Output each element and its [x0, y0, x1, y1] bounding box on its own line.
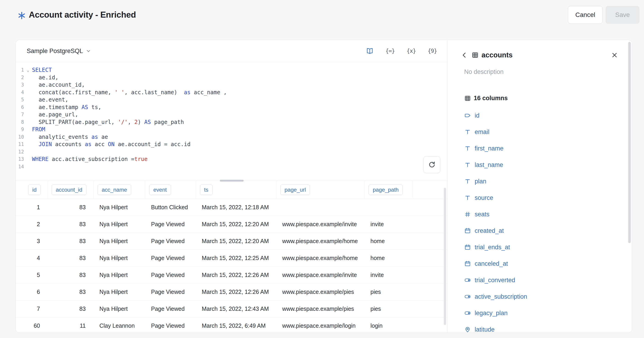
schema-column-first_name[interactable]: first_name — [448, 140, 632, 157]
params-icon[interactable]: {9} — [428, 48, 437, 54]
column-chip-ts[interactable]: ts — [200, 185, 212, 195]
schema-column-last_name[interactable]: last_name — [448, 157, 632, 173]
results-header: idaccount_idacc_nameeventtspage_urlpage_… — [16, 181, 448, 199]
cell-ts: March 15, 2022, 12:26 AM — [196, 289, 276, 295]
column-chip-page_path[interactable]: page_path — [368, 185, 403, 195]
schema-column-name: first_name — [475, 145, 504, 152]
schema-panel: accounts No description 16 columns idema… — [448, 40, 632, 332]
code-line: 5 ae.event, — [16, 96, 448, 104]
table-row[interactable]: 6011Clay LeannonPage ViewedMarch 15, 202… — [16, 317, 448, 332]
schema-column-plan[interactable]: plan — [448, 173, 632, 190]
columns-grid-icon — [464, 95, 471, 102]
sql-editor[interactable]: 1⌄SELECT2 ae.id,3 ae.account_id,4 concat… — [16, 62, 448, 181]
column-chip-page_url[interactable]: page_url — [280, 185, 310, 195]
header-cell-ts: ts — [196, 181, 276, 199]
schema-column-active_subscription[interactable]: active_subscription — [448, 288, 632, 305]
schema-column-count: 16 columns — [474, 95, 508, 102]
column-chip-id[interactable]: id — [28, 185, 41, 195]
text-icon — [464, 194, 471, 201]
cell-id: 3 — [16, 238, 48, 244]
cell-page_url: www.piespace.example/login — [276, 322, 364, 329]
asterisk-icon — [17, 11, 26, 20]
schema-column-name: id — [475, 112, 480, 119]
schema-column-legacy_plan[interactable]: legacy_plan — [448, 305, 632, 321]
cell-ts: March 15, 2022, 12:18 AM — [196, 204, 276, 211]
table-row[interactable]: 583Nya HilpertPage ViewedMarch 15, 2022,… — [16, 267, 448, 283]
schema-table-name: accounts — [482, 51, 512, 59]
schema-column-latitude[interactable]: latitude — [448, 321, 632, 333]
code-lines: 1⌄SELECT2 ae.id,3 ae.account_id,4 concat… — [16, 66, 448, 170]
cell-page_url: www.piespace.example/home — [276, 238, 364, 244]
column-chip-acc_name[interactable]: acc_name — [98, 185, 131, 195]
cell-acc_name: Nya Hilpert — [94, 238, 145, 244]
cell-acc_name: Nya Hilpert — [94, 289, 145, 295]
cell-acc_name: Nya Hilpert — [94, 204, 145, 211]
schema-column-created_at[interactable]: created_at — [448, 222, 632, 239]
results-scrollbar[interactable] — [444, 188, 446, 325]
variables-icon[interactable]: {x} — [406, 48, 416, 54]
back-icon[interactable] — [460, 51, 468, 59]
cell-ts: March 15, 2022, 12:26 AM — [196, 272, 276, 278]
format-icon[interactable]: {=} — [386, 48, 395, 54]
code-line: 6 ae.timestamp AS ts, — [16, 104, 448, 111]
schema-column-email[interactable]: email — [448, 124, 632, 140]
schema-column-name: trial_ends_at — [475, 244, 510, 251]
cell-ts: March 15, 2022, 12:20 AM — [196, 221, 276, 228]
cell-event: Page Viewed — [145, 322, 196, 329]
schema-column-name: source — [475, 194, 493, 201]
table-row[interactable]: 683Nya HilpertPage ViewedMarch 15, 2022,… — [16, 283, 448, 300]
cell-page_url: www.piespace.example/home — [276, 255, 364, 261]
schema-column-canceled_at[interactable]: canceled_at — [448, 255, 632, 272]
cell-page_path: pies — [364, 289, 413, 295]
datasource-selector[interactable]: Sample PostgreSQL — [27, 48, 91, 55]
cell-page_url: www.piespace.example/pies — [276, 305, 364, 312]
calendar-icon — [464, 260, 471, 267]
column-chip-account_id[interactable]: account_id — [52, 185, 86, 195]
header-cell-id: id — [16, 181, 48, 199]
location-icon — [464, 326, 471, 333]
cell-page_path: home — [364, 238, 413, 244]
table-row[interactable]: 483Nya HilpertPage ViewedMarch 15, 2022,… — [16, 250, 448, 267]
cell-id: 6 — [16, 289, 48, 295]
column-chip-event[interactable]: event — [149, 185, 171, 195]
schema-column-name: last_name — [475, 161, 503, 169]
code-line: 7 ae.page_url, — [16, 111, 448, 118]
header-cell-event: event — [145, 181, 196, 199]
boolean-icon — [464, 293, 471, 300]
results-body: 183Nya HilpertButton ClickedMarch 15, 20… — [16, 199, 448, 332]
schema-column-id[interactable]: id — [448, 107, 632, 124]
close-icon[interactable] — [611, 52, 618, 59]
code-line: 4 concat(acc.first_name, ' ', acc.last_n… — [16, 89, 448, 96]
save-button[interactable]: Save — [606, 6, 640, 24]
page-title: Account activity - Enriched — [29, 10, 136, 20]
refresh-button[interactable] — [424, 156, 440, 173]
calendar-icon — [464, 227, 471, 234]
cell-account_id: 83 — [48, 204, 94, 211]
table-row[interactable]: 383Nya HilpertPage ViewedMarch 15, 2022,… — [16, 233, 448, 250]
cell-account_id: 11 — [48, 322, 94, 329]
schema-column-name: latitude — [475, 326, 494, 333]
schema-panel-header: accounts — [460, 50, 618, 60]
table-row[interactable]: 783Nya HilpertPage ViewedMarch 15, 2022,… — [16, 300, 448, 317]
text-icon — [464, 129, 471, 135]
schema-column-source[interactable]: source — [448, 190, 632, 206]
open-book-icon[interactable] — [366, 47, 374, 55]
datasource-label: Sample PostgreSQL — [27, 48, 83, 55]
cancel-button[interactable]: Cancel — [568, 6, 603, 24]
schema-column-trial_ends_at[interactable]: trial_ends_at — [448, 239, 632, 255]
table-row[interactable]: 183Nya HilpertButton ClickedMarch 15, 20… — [16, 199, 448, 216]
schema-column-seats[interactable]: seats — [448, 206, 632, 222]
schema-column-trial_converted[interactable]: trial_converted — [448, 272, 632, 288]
fold-chevron-icon[interactable]: ⌄ — [24, 66, 32, 74]
cell-acc_name: Clay Leannon — [94, 322, 145, 329]
editor-toolbar: {=} {x} {9} — [366, 47, 437, 55]
code-line: 2 ae.id, — [16, 74, 448, 81]
schema-scrollbar[interactable] — [628, 42, 631, 243]
schema-column-name: canceled_at — [475, 260, 508, 267]
code-line: 14 — [16, 163, 448, 171]
code-line: 1⌄SELECT — [16, 66, 448, 74]
schema-column-name: trial_converted — [475, 277, 515, 284]
table-row[interactable]: 283Nya HilpertPage ViewedMarch 15, 2022,… — [16, 216, 448, 233]
results-table: idaccount_idacc_nameeventtspage_urlpage_… — [16, 181, 448, 332]
text-icon — [464, 161, 471, 168]
